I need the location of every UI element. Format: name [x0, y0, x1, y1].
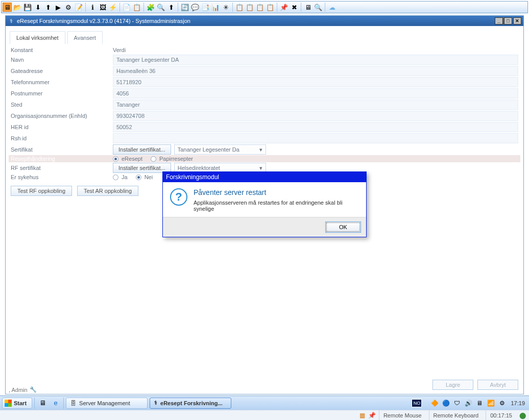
toolbar-btn-30[interactable]: ☁ — [327, 3, 336, 12]
tab-local[interactable]: Lokal virksomhet — [10, 31, 65, 44]
toolbar-btn-26[interactable]: 📌 — [279, 3, 288, 12]
minimize-button[interactable]: _ — [495, 17, 503, 24]
label-sted: Sted — [11, 102, 113, 108]
toolbar-btn-4[interactable]: ⬇ — [33, 3, 42, 12]
test-rf-button[interactable]: Test RF oppkobling — [11, 186, 72, 196]
form-header: Konstant Verdi — [9, 44, 520, 54]
task-server-management[interactable]: 🗄Server Management — [66, 398, 148, 409]
label-tlf: Telefonnummer — [11, 79, 113, 85]
top-toolbar: 🖥 📂 💾 ⬇ ⬆ ▶ ⚙ 📝 ℹ 🖼 ⚡ 📄 📋 🧩 🔍 ⬆ 🔄 💬 📑 📊 … — [1, 1, 528, 13]
toolbar-btn-15[interactable]: 🔍 — [156, 3, 165, 12]
radio-nei[interactable] — [136, 175, 141, 180]
tray-icon-6[interactable]: 📶 — [486, 399, 495, 408]
input-navn[interactable] — [113, 55, 518, 65]
close-button[interactable]: ✕ — [513, 17, 521, 24]
input-gate[interactable] — [113, 66, 518, 76]
language-indicator[interactable]: NO — [412, 399, 422, 407]
ql-ie-icon[interactable]: e — [50, 398, 61, 409]
toolbar-btn-22[interactable]: 📋 — [235, 3, 244, 12]
label-sykehus: Er sykehus — [11, 174, 113, 180]
tray-icon-7[interactable]: ⚙ — [497, 399, 507, 408]
toolbar-btn-2[interactable]: 📂 — [13, 3, 22, 12]
toolbar-btn-23[interactable]: 📋 — [245, 3, 254, 12]
label-post: Postnummer — [11, 90, 113, 96]
toolbar-sep — [232, 3, 233, 12]
tab-advanced[interactable]: Avansert — [67, 31, 103, 44]
input-tlf[interactable] — [113, 77, 518, 87]
input-post[interactable] — [113, 88, 518, 98]
toolbar-btn-8[interactable]: 📝 — [74, 3, 83, 12]
cancel-button[interactable]: Avbryt — [477, 380, 518, 390]
clock[interactable]: 17:19 — [509, 400, 527, 406]
server-icon: 🗄 — [70, 400, 76, 406]
label-resept: Resepthåndtering — [11, 156, 113, 162]
tray-icon-2[interactable]: 🔵 — [441, 399, 450, 408]
input-org[interactable] — [113, 111, 518, 121]
toolbar-btn-7[interactable]: ⚙ — [64, 3, 73, 12]
toolbar-btn-11[interactable]: ⚡ — [108, 3, 117, 12]
toolbar-btn-13[interactable]: 📋 — [132, 3, 141, 12]
maximize-button[interactable]: □ — [504, 17, 512, 24]
toolbar-sep — [277, 3, 277, 12]
ok-button[interactable]: OK — [325, 221, 361, 233]
toolbar-btn-9[interactable]: ℹ — [88, 3, 97, 12]
toolbar-btn-5[interactable]: ⬆ — [43, 3, 53, 12]
label-rsh: Rsh id — [11, 135, 113, 141]
taskbar: Start 🖥 e 🗄Server Management ⚕eResept Fo… — [0, 396, 529, 410]
tray-icon-3[interactable]: 🛡 — [452, 399, 462, 408]
label-org: Organisasjonsnummer (EnhId) — [11, 113, 113, 119]
admin-caption: , Admin 🔧 — [9, 385, 37, 394]
toolbar-btn-12[interactable]: 📄 — [122, 3, 131, 12]
toolbar-btn-27[interactable]: ✖ — [290, 3, 299, 12]
label-gate: Gateadresse — [11, 68, 113, 74]
install-cert-button[interactable]: Installer sertifikat... — [113, 144, 171, 155]
toolbar-sep — [178, 3, 178, 12]
toolbar-btn-21[interactable]: ✳ — [221, 3, 230, 12]
toolbar-sep — [301, 3, 301, 12]
input-sted[interactable] — [113, 100, 518, 110]
toolbar-btn-3[interactable]: 💾 — [23, 3, 32, 12]
tray-icon-4[interactable]: 🔊 — [464, 399, 473, 408]
toolbar-btn-19[interactable]: 📑 — [201, 3, 210, 12]
pin-icon[interactable]: 📌 — [368, 412, 376, 419]
input-her[interactable] — [113, 122, 518, 132]
start-button[interactable]: Start — [2, 398, 32, 409]
label-her: HER id — [11, 124, 113, 130]
dialog-text: Applikasjonsserveren må restartes for at… — [194, 200, 359, 212]
toolbar-btn-6[interactable]: ▶ — [54, 3, 63, 12]
toolbar-btn-24[interactable]: 📋 — [255, 3, 264, 12]
tray-icon-5[interactable]: 🖥 — [475, 399, 484, 408]
toolbar-btn-20[interactable]: 📊 — [211, 3, 220, 12]
toolbar-btn-18[interactable]: 💬 — [190, 3, 200, 12]
toolbar-btn-10[interactable]: 🖼 — [98, 3, 107, 12]
cert-select[interactable]: Tananger Legesenter Da — [174, 144, 266, 155]
wrench-icon: 🔧 — [30, 386, 37, 393]
radio-papir[interactable] — [151, 156, 156, 162]
save-button[interactable]: Lagre — [432, 380, 473, 390]
radio-ja[interactable] — [113, 175, 118, 180]
input-rsh[interactable] — [113, 133, 518, 143]
toolbar-btn-17[interactable]: 🔄 — [180, 3, 189, 12]
task-eresept[interactable]: ⚕eResept Forskrivning... — [150, 398, 231, 409]
header-konstant: Konstant — [11, 47, 113, 53]
toolbar-btn-28[interactable]: 🖥 — [303, 3, 312, 12]
toolbar-btn-1[interactable]: 🖥 — [3, 3, 12, 12]
app-icon: ⚕ — [8, 17, 15, 24]
tray-icon-1[interactable]: 🔶 — [430, 399, 439, 408]
test-ar-button[interactable]: Test AR oppkobling — [77, 186, 138, 196]
system-tray: NO 🔶 🔵 🛡 🔊 🖥 📶 ⚙ 17:19 — [412, 399, 527, 408]
label-rfsert: RF sertifikat — [11, 165, 113, 171]
toolbar-btn-29[interactable]: 🔍 — [314, 3, 323, 12]
label-sert: Sertifikat — [11, 146, 113, 153]
toolbar-btn-14[interactable]: 🧩 — [146, 3, 155, 12]
app-icon: ⚕ — [154, 400, 157, 406]
toolbar-sep — [143, 3, 144, 12]
remote-status-bar: ▦ 📌 Remote Mouse Remote Keyboard 00:17:1… — [0, 410, 529, 420]
dialog-heading: Påventer server restart — [194, 188, 359, 196]
toolbar-btn-16[interactable]: ⬆ — [166, 3, 176, 12]
toolbar-btn-25[interactable]: 📋 — [266, 3, 275, 12]
session-time: 00:17:15 — [486, 410, 516, 420]
ql-desktop-icon[interactable]: 🖥 — [37, 398, 48, 409]
radio-eresept[interactable] — [113, 156, 118, 162]
label-navn: Navn — [11, 57, 113, 63]
